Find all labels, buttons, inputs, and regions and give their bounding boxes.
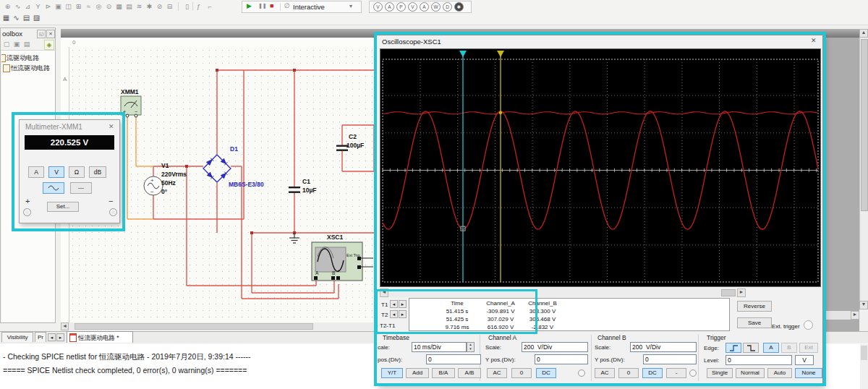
trigger-mode-none-button[interactable]: None xyxy=(795,368,822,378)
probe-voltage-ref-icon[interactable]: V xyxy=(408,2,417,12)
timebase-xpos-input[interactable] xyxy=(426,354,481,364)
reverse-button[interactable]: Reverse xyxy=(737,301,772,312)
channel-b-ac-button[interactable]: AC xyxy=(595,368,615,378)
c2-value[interactable]: 100µF xyxy=(346,142,364,149)
tab-visibility[interactable]: Visibility xyxy=(1,332,33,342)
scope-hscroll-right[interactable]: ► xyxy=(737,288,746,297)
sheet-tab[interactable]: 恒流驱动电路 * xyxy=(67,331,133,343)
canvas-vscroll-down[interactable]: ▼ xyxy=(859,301,868,309)
breadboard-icon[interactable]: ⌐ xyxy=(205,2,215,11)
canvas-hscroll-right[interactable]: ► xyxy=(851,311,859,320)
results-vscroll[interactable] xyxy=(860,344,868,389)
oscilloscope-window[interactable]: Oscilloscope-XSC1 ✕ ◄ ► T1 ◄ ► T2 ◄ ► T2… xyxy=(376,35,823,385)
close-icon[interactable]: ✕ xyxy=(811,37,817,44)
positive-terminal[interactable] xyxy=(23,208,31,216)
trigger-source-b-button[interactable]: B xyxy=(781,343,797,353)
t2-left-button[interactable]: ◄ xyxy=(390,310,398,318)
timebase-scale-input[interactable] xyxy=(412,342,467,352)
run-button[interactable]: ▶ xyxy=(247,2,252,9)
in-use-list-icon[interactable]: ▯ xyxy=(182,2,192,11)
grapher-icon[interactable]: ▦ xyxy=(1,13,11,22)
trigger-mode-normal-button[interactable]: Normal xyxy=(736,368,765,378)
channel-b-dc-button[interactable]: DC xyxy=(642,368,663,378)
v1-value[interactable]: 220Vrms xyxy=(161,171,187,178)
d1-part[interactable]: MB6S-E3/80 xyxy=(229,181,264,188)
readout-listbox[interactable]: TimeChannel_AChannel_B51.415 s-309.891 V… xyxy=(409,298,730,331)
toolbox-tool-icon-0[interactable]: ▢ xyxy=(2,40,11,48)
t1-right-button[interactable]: ► xyxy=(399,300,407,308)
place-analog-icon[interactable]: ⊳ xyxy=(43,2,53,11)
place-indicator-icon[interactable]: ◎ xyxy=(94,2,103,11)
toolbox-tool-icon-1[interactable]: ▣ xyxy=(12,40,21,48)
close-icon[interactable]: ✕ xyxy=(109,123,114,130)
place-diode-icon[interactable]: ⊿ xyxy=(23,2,33,11)
channel-a-scale-input[interactable] xyxy=(522,342,588,352)
v1-phase[interactable]: 0° xyxy=(161,188,167,195)
toolbox-item-1[interactable]: 恒流驱动电路 xyxy=(1,64,55,73)
scope-hscroll-thumb[interactable] xyxy=(721,289,736,296)
ac-mode-button[interactable] xyxy=(43,182,64,194)
c1-value[interactable]: 10µF xyxy=(302,187,317,194)
toolbox-tool-icon-2[interactable]: ▤ xyxy=(22,40,31,48)
t1-left-button[interactable]: ◄ xyxy=(390,300,398,308)
probe-settings-icon[interactable]: ✱ xyxy=(454,2,464,12)
multimeter-window[interactable]: Multimeter-XMM1 ✕ 220.525 V AVΩdB — + − … xyxy=(19,119,120,223)
xmm1-label[interactable]: XMM1 xyxy=(121,88,139,95)
c2-ref[interactable]: C2 xyxy=(349,133,357,140)
probe-current-ref-icon[interactable]: A xyxy=(420,2,429,12)
chevron-down-icon[interactable]: ▾ xyxy=(349,3,352,9)
tab-project[interactable]: Pr xyxy=(35,332,46,342)
ext-trigger-indicator[interactable] xyxy=(804,320,813,330)
tab-scroll-right[interactable]: ► xyxy=(56,333,64,341)
timebase-ab-button[interactable]: A/B xyxy=(458,368,481,378)
place-electromech-icon[interactable]: ✱ xyxy=(145,2,154,11)
scope-hscroll-left[interactable]: ◄ xyxy=(380,288,388,297)
timebase-add-button[interactable]: Add xyxy=(406,368,429,378)
channel-a-0-button[interactable]: 0 xyxy=(511,368,532,378)
t2-right-button[interactable]: ► xyxy=(399,310,407,318)
reports-icon[interactable]: ▨ xyxy=(32,13,41,22)
toolbox-dock-button[interactable]: ◱ xyxy=(37,30,46,38)
canvas-hscroll-track-right[interactable] xyxy=(826,311,851,320)
timebase-ba-button[interactable]: B/A xyxy=(432,368,455,378)
trigger-mode-auto-button[interactable]: Auto xyxy=(767,368,792,378)
channel-a-input-indicator[interactable] xyxy=(578,369,585,377)
probe-voltage-icon[interactable]: V xyxy=(373,2,383,12)
probe-digital-icon[interactable]: D xyxy=(443,2,452,12)
wizard-icon[interactable]: ƒ xyxy=(194,2,203,11)
timebase-yt-button[interactable]: Y/T xyxy=(381,368,403,378)
interactive-dropdown[interactable]: Interactive xyxy=(293,3,325,11)
toolbox-close-button[interactable]: ✕ xyxy=(46,30,55,38)
v1-freq[interactable]: 50Hz xyxy=(161,179,176,187)
mode-a-button[interactable]: A xyxy=(28,166,44,178)
channel-b-ypos-input[interactable] xyxy=(643,354,697,364)
save-button[interactable]: Save xyxy=(737,317,772,328)
place-basic-icon[interactable]: ∿ xyxy=(13,2,22,11)
xsc1-label[interactable]: XSC1 xyxy=(327,234,343,241)
channel-a-ac-button[interactable]: AC xyxy=(487,368,507,378)
place-hierarchical-icon[interactable]: ⊟ xyxy=(165,2,174,11)
timebase-spinner[interactable]: ▲ ▼ xyxy=(467,342,475,352)
mode-v-button[interactable]: V xyxy=(48,166,64,178)
stop-button[interactable]: ■ xyxy=(270,2,273,9)
d1-ref[interactable]: D1 xyxy=(230,145,238,153)
place-source-icon[interactable]: ⊕ xyxy=(3,2,12,11)
probe-current-icon[interactable]: A xyxy=(385,2,394,12)
tab-scroll-left[interactable]: ◄ xyxy=(48,333,56,341)
place-transistor-icon[interactable]: Y xyxy=(33,2,43,11)
channel-b-0-button[interactable]: 0 xyxy=(618,368,639,378)
canvas-hscroll-left[interactable]: ◄ xyxy=(61,322,69,330)
scope-hscroll-track[interactable] xyxy=(388,288,737,297)
trigger-source-a-button[interactable]: A xyxy=(763,343,779,353)
probe-wattmeter-icon[interactable]: W xyxy=(431,2,441,12)
place-misc-digital-icon[interactable]: ⊞ xyxy=(74,2,83,11)
postprocessor-icon[interactable]: ▤ xyxy=(22,13,31,22)
mode-ω-button[interactable]: Ω xyxy=(69,166,85,178)
v1-ref[interactable]: V1 xyxy=(161,162,169,169)
pause-button[interactable]: ❚❚ xyxy=(258,3,267,9)
dc-mode-button[interactable]: — xyxy=(70,182,92,194)
set-button[interactable]: Set... xyxy=(47,202,79,212)
mode-db-button[interactable]: dB xyxy=(89,166,106,178)
place-power-icon[interactable]: ⊙ xyxy=(104,2,114,11)
channel-a-ypos-input[interactable] xyxy=(535,354,588,364)
